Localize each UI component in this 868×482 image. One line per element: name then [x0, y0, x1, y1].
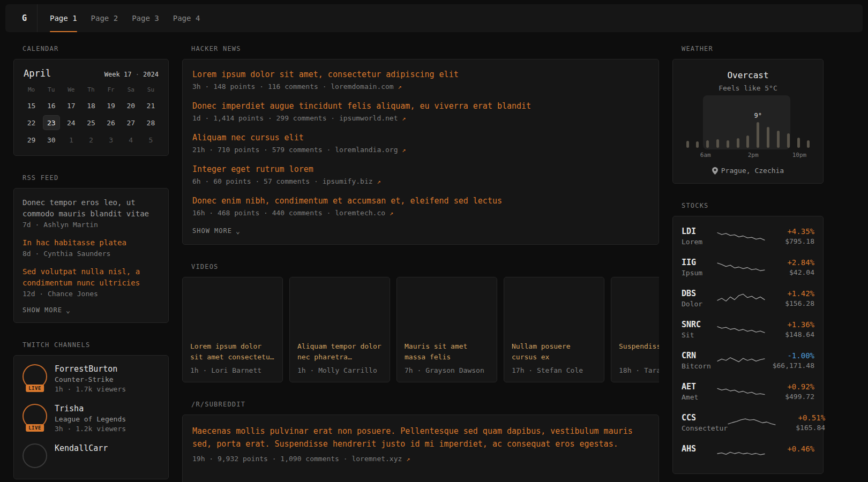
hackernews-item-domain[interactable]: ipsumify.biz — [323, 177, 373, 185]
stock-row[interactable]: IIG Ipsum +2.84% $42.04 — [682, 252, 814, 283]
hackernews-item: Donec imperdiet augue tincidunt felis al… — [192, 101, 649, 122]
page-tab[interactable]: Page 4 — [166, 4, 207, 32]
channel-avatar[interactable]: LIVE — [23, 443, 47, 468]
stock-ticker[interactable]: LDI — [682, 227, 717, 236]
channel-avatar[interactable]: LIVE — [23, 364, 47, 389]
hackernews-item-meta: 21h · 710 points · 579 comments · loreml… — [192, 146, 649, 154]
hackernews-show-more-button[interactable]: SHOW MORE ⌄ — [192, 227, 241, 235]
video-thumbnail[interactable] — [611, 277, 659, 334]
middle-column: HACKER NEWS Lorem ipsum dolor sit amet, … — [182, 45, 659, 482]
app-logo[interactable]: G — [12, 4, 38, 32]
stock-row[interactable]: DBS Dolor +1.42% $156.28 — [682, 283, 814, 314]
video-thumbnail[interactable] — [397, 277, 497, 334]
stock-identity: AET Amet — [682, 382, 717, 401]
twitch-channel-list: LIVE ForrestBurton Counter-Strike 1h · 1… — [23, 364, 160, 468]
weather-bars: 9° — [684, 101, 812, 148]
stock-row[interactable]: AET Amet +0.92% $499.72 — [682, 376, 814, 407]
weather-hour-label: 6am — [700, 152, 711, 159]
twitch-channel-item[interactable]: LIVE KendallCarr — [23, 443, 160, 468]
calendar-header: April Week 17 · 2024 — [21, 68, 161, 79]
stock-ticker[interactable]: CCS — [682, 413, 728, 423]
video-thumbnail[interactable] — [504, 277, 604, 334]
weather-widget-title: WEATHER — [682, 45, 824, 52]
hackernews-item-meta: 16h · 468 points · 440 comments · loremt… — [192, 209, 649, 217]
hackernews-item-link[interactable]: Donec imperdiet augue tincidunt felis al… — [192, 101, 649, 112]
video-title[interactable]: Suspendisse diam — [619, 341, 659, 363]
video-card[interactable]: Nullam posuere cursus ex 17h · Stefan Co… — [504, 277, 604, 382]
hackernews-item-link[interactable]: Donec enim nibh, condimentum et accumsan… — [192, 195, 649, 207]
video-thumbnail[interactable] — [183, 277, 282, 334]
twitch-widget-title: TWITCH CHANNELS — [23, 341, 169, 349]
video-title[interactable]: Aliquam tempor dolor nec pharetra… — [297, 341, 382, 363]
twitch-channel-item[interactable]: LIVE Trisha League of Legends 3h · 1.2k … — [23, 404, 160, 433]
channel-name[interactable]: KendallCarr — [55, 443, 108, 453]
stock-identity: IIG Ipsum — [682, 258, 717, 277]
rss-list: Donec tempor eros leo, ut commodo mauris… — [23, 197, 160, 298]
video-card[interactable]: Aliquam tempor dolor nec pharetra… 1h · … — [289, 277, 390, 382]
video-card[interactable]: Suspendisse diam 18h · Tara — [611, 277, 659, 382]
page-tab[interactable]: Page 1 — [43, 4, 84, 32]
video-thumbnail[interactable] — [290, 277, 390, 334]
video-title[interactable]: Mauris sit amet massa felis — [405, 341, 489, 363]
subreddit-post-link[interactable]: Maecenas mollis pulvinar erat non posuer… — [192, 425, 649, 450]
stock-row[interactable]: AHS +0.46% — [682, 438, 814, 469]
calendar-dow-label: Sa — [128, 86, 134, 93]
stock-ticker[interactable]: IIG — [682, 258, 717, 267]
left-column: CALENDAR April Week 17 · 2024 MoTuWeThFr… — [13, 45, 169, 482]
stock-ticker[interactable]: DBS — [682, 289, 717, 298]
video-title[interactable]: Nullam posuere cursus ex — [512, 341, 596, 363]
rss-item-link[interactable]: Donec tempor eros leo, ut commodo mauris… — [23, 197, 160, 220]
video-title[interactable]: Lorem ipsum dolor sit amet consectetu… — [190, 341, 275, 363]
stock-row[interactable]: LDI Lorem +4.35% $795.18 — [682, 221, 814, 252]
stock-ticker[interactable]: CRN — [682, 351, 717, 360]
weather-bar — [705, 140, 710, 148]
video-meta: 18h · Tara — [619, 366, 659, 374]
calendar-day: 24 — [63, 116, 79, 130]
page-tab[interactable]: Page 3 — [125, 4, 166, 32]
video-card[interactable]: Mauris sit amet massa felis 7h · Grayson… — [396, 277, 497, 382]
stock-sparkline — [717, 228, 765, 244]
calendar-dow-label: Tu — [48, 86, 55, 93]
stock-change: +0.51% — [776, 413, 825, 422]
weather-feels-like: Feels like 5°C — [684, 84, 812, 92]
stock-ticker[interactable]: SNRC — [682, 320, 717, 329]
calendar-day: 17 — [63, 99, 79, 112]
calendar-day: 22 — [24, 116, 40, 130]
stock-name — [682, 455, 717, 463]
hackernews-item-link[interactable]: Integer eget rutrum lorem — [192, 164, 649, 175]
rss-show-more-button[interactable]: SHOW MORE ⌄ — [23, 306, 71, 314]
hackernews-item-domain[interactable]: ipsumworld.net — [339, 114, 398, 122]
calendar-day-grid: 1516171819202122232425262728293012345 — [21, 99, 161, 147]
rss-widget-title: RSS FEED — [23, 174, 169, 182]
stocks-widget-title: STOCKS — [682, 202, 824, 209]
calendar-day: 29 — [24, 133, 40, 147]
weather-bar — [766, 127, 771, 148]
stock-row[interactable]: CCS Consectetur +0.51% $165.84 — [682, 407, 814, 438]
weather-hour-label: 2pm — [748, 152, 759, 159]
stock-ticker[interactable]: AET — [682, 382, 717, 391]
subreddit-post-stats: 19h · 9,932 points · 1,090 comments — [192, 455, 339, 463]
channel-name[interactable]: Trisha — [55, 404, 126, 413]
hackernews-widget: HACKER NEWS Lorem ipsum dolor sit amet, … — [182, 45, 659, 245]
video-card[interactable]: Lorem ipsum dolor sit amet consectetu… 1… — [182, 277, 283, 382]
hackernews-item-domain[interactable]: loremdomain.com — [331, 82, 393, 91]
calendar-week-label: Week 17 — [104, 71, 132, 78]
hackernews-item-link[interactable]: Aliquam nec cursus elit — [192, 132, 649, 144]
channel-name[interactable]: ForrestBurton — [55, 364, 126, 374]
stock-ticker[interactable]: AHS — [682, 444, 717, 454]
rss-item-link[interactable]: In hac habitasse platea — [23, 237, 160, 248]
calendar-day: 19 — [103, 99, 119, 112]
stock-row[interactable]: SNRC Sit +1.36% $148.64 — [682, 314, 814, 345]
subreddit-post-domain[interactable]: loremnet.xyz — [351, 455, 402, 463]
rss-item-link[interactable]: Sed volutpat nulla nisl, a condimentum n… — [23, 266, 160, 289]
stock-identity: SNRC Sit — [682, 320, 717, 339]
hackernews-item-domain[interactable]: loremlandia.org — [335, 146, 398, 154]
hackernews-item-domain[interactable]: loremtech.co — [335, 209, 385, 217]
stock-row[interactable]: CRN Bitcorn -1.00% $66,171.48 — [682, 345, 814, 376]
twitch-channel-item[interactable]: LIVE ForrestBurton Counter-Strike 1h · 1… — [23, 364, 160, 393]
rss-item: Sed volutpat nulla nisl, a condimentum n… — [23, 266, 160, 298]
channel-avatar[interactable]: LIVE — [23, 404, 47, 428]
stock-change: +2.84% — [765, 258, 814, 267]
hackernews-item-link[interactable]: Lorem ipsum dolor sit amet, consectetur … — [192, 69, 649, 80]
page-tab[interactable]: Page 2 — [84, 4, 125, 32]
